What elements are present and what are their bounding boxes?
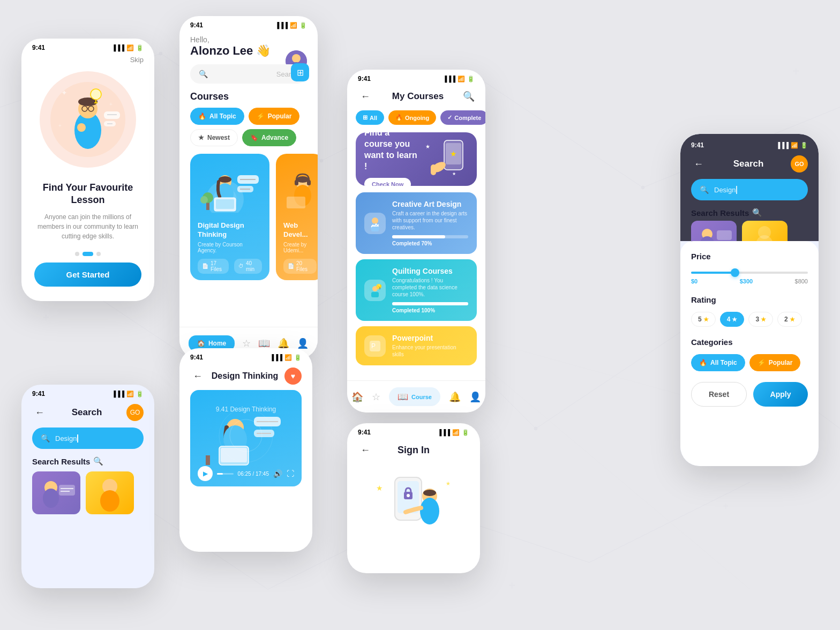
- apply-button[interactable]: Apply: [753, 382, 808, 407]
- back-button-6[interactable]: ←: [358, 442, 373, 458]
- price-thumb[interactable]: [731, 268, 739, 277]
- status-icons-6: ▐▐▐ 📶 🔋: [438, 429, 469, 436]
- rating-2[interactable]: 2 ★: [777, 312, 802, 327]
- nav-notification-mc[interactable]: 🔔: [449, 391, 461, 403]
- progress-card-art[interactable]: Creative Art Design Craft a career in th…: [356, 192, 477, 254]
- svg-rect-55: [216, 199, 234, 209]
- svg-point-17: [641, 186, 644, 189]
- onboarding-illustration: ✦ + +: [40, 71, 136, 168]
- course-meta-design: 📄 17 Files ⏱ 40 min: [198, 259, 262, 274]
- back-button-7[interactable]: ←: [691, 156, 706, 171]
- home-icon: 🏠: [197, 340, 205, 347]
- pill-popular[interactable]: ⚡ Popular: [249, 108, 300, 125]
- svg-rect-87: [59, 485, 75, 496]
- svg-point-20: [534, 427, 537, 430]
- status-icons-1: ▐▐▐ 📶 🔋: [112, 44, 144, 51]
- price-range-slider[interactable]: $0 $300 $800: [691, 272, 808, 284]
- dot-2-active[interactable]: [82, 252, 93, 256]
- quilting-progress-fill: [392, 302, 468, 305]
- progress-card-quilting[interactable]: 💡 Quilting Courses Congratulations ! You…: [356, 259, 477, 321]
- favorite-button[interactable]: ♥: [284, 368, 302, 385]
- nav-home-mc[interactable]: 🏠: [351, 391, 363, 403]
- back-button-3[interactable]: ←: [358, 89, 373, 104]
- signin-illustration: ★ ★: [347, 464, 480, 560]
- rating-chips: 5 ★ 4 ★ 3 ★ 2 ★: [691, 312, 808, 327]
- course-card-web[interactable]: Web Devel... Create by Udemi... 📄 20 Fil…: [276, 154, 318, 280]
- video-controls: ▶ 06:25 / 17:45 🔊 ⛶: [198, 466, 294, 481]
- filter-button[interactable]: ⊞: [291, 63, 309, 81]
- search-button-3[interactable]: 🔍: [463, 91, 475, 102]
- phone-filter: 9:41 ▐▐▐ 📶 🔋 ← Search GO 🔍 Design Search…: [680, 134, 819, 466]
- video-player[interactable]: 9.41 Design Thinking ▶ 06:25 / 17:4: [190, 390, 302, 486]
- nav-course-active[interactable]: 📖 Course: [389, 387, 440, 406]
- art-icon: [364, 213, 386, 234]
- search-header-sm: ← Search GO: [21, 400, 154, 428]
- rating-3[interactable]: 3 ★: [748, 312, 773, 327]
- filter-search-value: Design: [714, 186, 737, 194]
- course-card-design[interactable]: Digital Design Thinking Create by Courso…: [190, 154, 269, 280]
- nav-bookmark-mc[interactable]: ☆: [372, 391, 380, 403]
- nav-notification[interactable]: 🔔: [278, 338, 289, 349]
- mycourses-tabs: ⊞ All 🔥 Ongoing ✓ Complete: [347, 110, 485, 132]
- rating-4[interactable]: 4 ★: [720, 312, 745, 327]
- tab-ongoing[interactable]: 🔥 Ongoing: [388, 110, 436, 125]
- skip-button[interactable]: Skip: [21, 54, 154, 66]
- volume-icon[interactable]: 🔊: [273, 469, 282, 478]
- progress-card-ppt[interactable]: P Powerpoint Enhance your presentation s…: [356, 326, 477, 365]
- signin-header: ← Sign In: [347, 438, 480, 464]
- status-bar-1: 9:41 ▐▐▐ 📶 🔋: [21, 39, 154, 54]
- pill-advance[interactable]: 🔖 Advance: [242, 129, 296, 146]
- time-6: 9:41: [358, 429, 371, 436]
- search-title-7: Search: [733, 159, 764, 169]
- svg-text:+: +: [723, 501, 728, 511]
- fullscreen-icon[interactable]: ⛶: [287, 469, 294, 478]
- pill-newest[interactable]: ★ Newest: [190, 129, 238, 146]
- art-progress-label: Completed 70%: [392, 241, 468, 246]
- avatar-sm: GO: [126, 404, 144, 421]
- svg-text:P: P: [371, 342, 376, 350]
- result-thumb-2[interactable]: [86, 471, 134, 514]
- filter-categories: 🔥 All Topic ⚡ Popular: [691, 354, 808, 371]
- nav-bookmark[interactable]: ☆: [242, 338, 251, 349]
- svg-text:✦: ✦: [61, 88, 68, 97]
- filter-cat-popular[interactable]: ⚡ Popular: [749, 354, 801, 371]
- search-bar[interactable]: 🔍 Search ⊞: [190, 64, 307, 84]
- svg-point-38: [77, 123, 86, 132]
- get-started-button[interactable]: Get Started: [34, 262, 141, 287]
- phone-mycourses: 9:41 ▐▐▐ 📶 🔋 ← My Courses 🔍 ⊞ All 🔥 Ongo…: [347, 70, 485, 412]
- pill-all-topic[interactable]: 🔥 All Topic: [190, 108, 244, 125]
- course-meta-web: 📄 20 Files: [283, 259, 317, 274]
- filter-panel: Price $0 $300 $800 Rating 5 ★ 4 ★: [680, 241, 819, 466]
- nav-profile-mc[interactable]: 👤: [469, 391, 481, 403]
- tab-complete[interactable]: ✓ Complete: [440, 110, 485, 125]
- back-button-5[interactable]: ←: [190, 369, 205, 384]
- rating-5[interactable]: 5 ★: [691, 312, 716, 327]
- search-bar-blue-sm[interactable]: 🔍 Design: [32, 428, 144, 449]
- magnifier-icon-sm: 🔍: [93, 456, 103, 466]
- nav-book[interactable]: 📖: [258, 338, 270, 349]
- tab-all[interactable]: ⊞ All: [356, 110, 384, 125]
- video-progress-bar[interactable]: [217, 473, 234, 475]
- quilting-info: Quilting Courses Congratulations ! You c…: [392, 267, 468, 313]
- back-button-4[interactable]: ←: [32, 405, 47, 420]
- check-now-button[interactable]: Check Now: [364, 178, 411, 186]
- filter-search-bar[interactable]: 🔍 Design: [691, 179, 808, 200]
- svg-rect-60: [206, 202, 209, 210]
- status-icons-7: ▐▐▐ 📶 🔋: [776, 142, 808, 149]
- time-1: 9:41: [32, 44, 45, 51]
- find-course-banner[interactable]: Find a course you want to learn ! Check …: [356, 132, 477, 186]
- svg-line-8: [536, 321, 696, 429]
- filter-cat-all[interactable]: 🔥 All Topic: [691, 354, 745, 371]
- nav-profile[interactable]: 👤: [297, 338, 309, 349]
- reset-button[interactable]: Reset: [691, 382, 747, 407]
- svg-text:+: +: [109, 101, 112, 107]
- price-max: $800: [795, 278, 808, 284]
- user-icon: 👤: [297, 338, 309, 349]
- filter-top-section: 9:41 ▐▐▐ 📶 🔋 ← Search GO 🔍 Design Search…: [680, 134, 819, 241]
- play-button[interactable]: ▶: [198, 466, 213, 481]
- rating-section-title: Rating: [691, 295, 808, 304]
- course-creator-web: Create by Udemi...: [283, 242, 317, 253]
- time-5: 9:41: [190, 354, 203, 361]
- result-thumb-1[interactable]: [32, 471, 80, 514]
- svg-point-112: [423, 490, 436, 496]
